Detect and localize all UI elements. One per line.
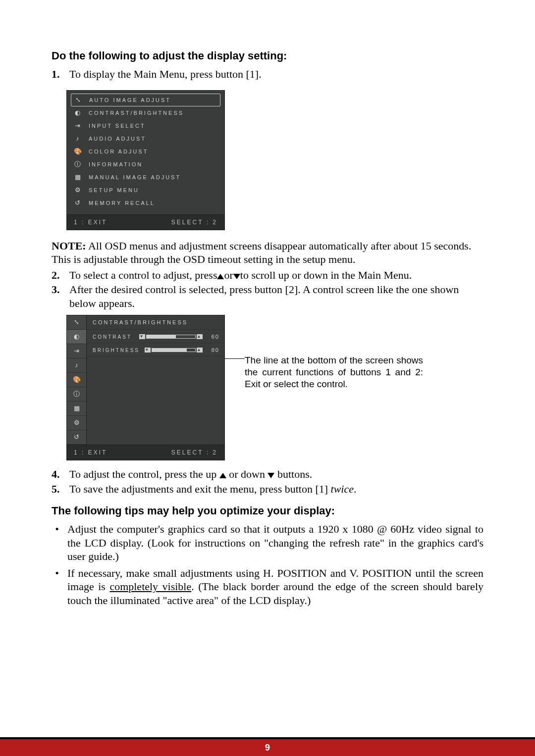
heading-adjust: Do the following to adjust the display s… — [52, 50, 483, 62]
step-2: 2. To select a control to adjust, presso… — [52, 268, 483, 282]
note-label: NOTE: — [52, 240, 86, 252]
osd-control-slider — [146, 335, 196, 339]
osd-menu-item: ♪AUDIO ADJUST — [71, 132, 220, 145]
color-adjust-icon: 🎨 — [74, 148, 83, 155]
tip-1: • Adjust the computer's graphics card so… — [52, 522, 483, 563]
setup-menu-icon: ⚙ — [74, 187, 83, 194]
increment-icon: ▲ — [197, 334, 203, 339]
osd-side-icon-cell: ◐ — [67, 330, 86, 344]
osd-main-menu: ⤡AUTO IMAGE ADJUST◐CONTRAST/BRIGHTNESS⇥I… — [66, 90, 225, 230]
osd-menu-item: 🎨COLOR ADJUST — [71, 145, 220, 158]
step-1-number: 1. — [52, 67, 65, 81]
contrast-brightness-icon: ◐ — [74, 109, 83, 116]
osd-menu-item-label: INFORMATION — [89, 161, 143, 167]
osd-menu-item-label: AUTO IMAGE ADJUST — [89, 97, 171, 103]
color-adjust-icon: 🎨 — [72, 376, 81, 383]
osd-control-label: BRIGHTNESS — [93, 348, 140, 353]
osd-foot-select: SELECT : 2 — [171, 219, 217, 226]
osd-control-slider — [152, 348, 196, 352]
step-1-text: To display the Main Menu, press button [… — [69, 67, 262, 81]
manual-image-adjust-icon: ▦ — [72, 405, 81, 412]
osd-menu-item: ⤡AUTO IMAGE ADJUST — [71, 94, 220, 106]
osd-menu-item-label: MEMORY RECALL — [89, 200, 155, 206]
step-2-text: To select a control to adjust, pressorto… — [69, 268, 412, 282]
setup-menu-icon: ⚙ — [72, 419, 81, 426]
input-select-icon: ⇥ — [72, 348, 81, 354]
osd-control-title: CONTRAST/BRIGHTNESS — [87, 315, 224, 330]
osd-side-icon-cell: ⚙ — [67, 416, 86, 430]
osd-side-icon-cell: ⓘ — [67, 387, 86, 402]
osd-control-footer: 1 : EXIT SELECT : 2 — [67, 445, 224, 460]
information-icon: ⓘ — [74, 161, 83, 168]
osd-menu-item: ▦MANUAL IMAGE ADJUST — [71, 171, 220, 184]
osd-side-icon-cell: ♪ — [67, 358, 86, 373]
audio-adjust-icon: ♪ — [72, 362, 81, 369]
bullet-icon: • — [52, 522, 62, 563]
step-2-number: 2. — [52, 268, 65, 282]
osd-control-label: CONTRAST — [93, 334, 134, 340]
osd-control-row: BRIGHTNESS▼▲80 — [87, 343, 224, 356]
down-triangle-icon — [268, 473, 274, 478]
step-4-text: To adjust the control, press the up or d… — [69, 467, 312, 481]
osd-control-value: 80 — [208, 347, 219, 353]
step-3-text: After the desired control is selected, p… — [69, 283, 483, 310]
memory-recall-icon: ↺ — [72, 434, 81, 441]
tip-2-text: If necessary, make small adjustments usi… — [67, 566, 483, 607]
bullet-icon: • — [52, 566, 62, 607]
osd-menu-item-label: CONTRAST/BRIGHTNESS — [89, 110, 184, 116]
step-5-number: 5. — [52, 482, 65, 496]
osd-side-icon-cell: ▦ — [67, 402, 86, 416]
step-3-number: 3. — [52, 283, 65, 310]
increment-icon: ▲ — [197, 348, 203, 353]
manual-image-adjust-icon: ▦ — [74, 174, 83, 181]
contrast-brightness-icon: ◐ — [72, 333, 81, 340]
osd-side-icon-cell: 🎨 — [67, 373, 86, 387]
callout-leader-line — [225, 358, 245, 359]
osd-menu-item: ⚙SETUP MENU — [71, 184, 220, 197]
osd-menu-item: ◐CONTRAST/BRIGHTNESS — [71, 106, 220, 119]
osd-main-menu-footer: 1 : EXIT SELECT : 2 — [67, 214, 224, 230]
input-select-icon: ⇥ — [74, 122, 83, 129]
osd-foot-select: SELECT : 2 — [171, 449, 217, 456]
tip-2: • If necessary, make small adjustments u… — [52, 566, 483, 607]
osd-foot-exit: 1 : EXIT — [74, 219, 107, 226]
osd-menu-item-label: MANUAL IMAGE ADJUST — [89, 174, 181, 180]
step-5-text: To save the adjustments and exit the men… — [69, 482, 357, 496]
decrement-icon: ▼ — [139, 334, 145, 339]
auto-image-adjust-icon: ⤡ — [72, 319, 81, 326]
osd-side-icon-cell: ↺ — [67, 430, 86, 445]
callout-text: The line at the bottom of the screen sho… — [245, 315, 423, 390]
step-1: 1. To display the Main Menu, press butto… — [52, 67, 483, 81]
page-footer: 9 — [0, 739, 535, 756]
osd-side-icon-cell: ⇥ — [67, 344, 86, 358]
osd-menu-item-label: INPUT SELECT — [89, 123, 146, 129]
osd-menu-item: ⓘINFORMATION — [71, 158, 220, 171]
memory-recall-icon: ↺ — [74, 200, 83, 206]
step-4-number: 4. — [52, 467, 65, 481]
note-text: All OSD menus and adjustment screens dis… — [52, 240, 471, 266]
osd-menu-item: ↺MEMORY RECALL — [71, 197, 220, 209]
step-3: 3. After the desired control is selected… — [52, 283, 483, 310]
osd-control-screen: ⤡◐⇥♪🎨ⓘ▦⚙↺ CONTRAST/BRIGHTNESS CONTRAST▼▲… — [66, 315, 225, 460]
up-triangle-icon — [217, 274, 224, 279]
down-triangle-icon — [233, 274, 240, 279]
osd-menu-item-label: COLOR ADJUST — [89, 149, 148, 154]
osd-control-value: 60 — [208, 334, 219, 340]
osd-menu-item: ⇥INPUT SELECT — [71, 119, 220, 132]
osd-side-icon-cell: ⤡ — [67, 315, 86, 330]
audio-adjust-icon: ♪ — [74, 135, 83, 142]
osd-control-row: CONTRAST▼▲60 — [87, 330, 224, 343]
step-4: 4. To adjust the control, press the up o… — [52, 467, 483, 481]
information-icon: ⓘ — [72, 391, 81, 398]
auto-image-adjust-icon: ⤡ — [74, 97, 83, 103]
osd-foot-exit: 1 : EXIT — [74, 449, 107, 456]
step-5: 5. To save the adjustments and exit the … — [52, 482, 483, 496]
note-paragraph: NOTE: All OSD menus and adjustment scree… — [52, 239, 483, 266]
heading-tips: The following tips may help you optimize… — [52, 504, 483, 517]
osd-menu-item-label: AUDIO ADJUST — [89, 136, 146, 142]
page-number: 9 — [265, 743, 270, 753]
decrement-icon: ▼ — [145, 348, 151, 353]
up-triangle-icon — [219, 473, 226, 478]
tip-1-text: Adjust the computer's graphics card so t… — [67, 522, 483, 563]
osd-menu-item-label: SETUP MENU — [89, 187, 139, 193]
